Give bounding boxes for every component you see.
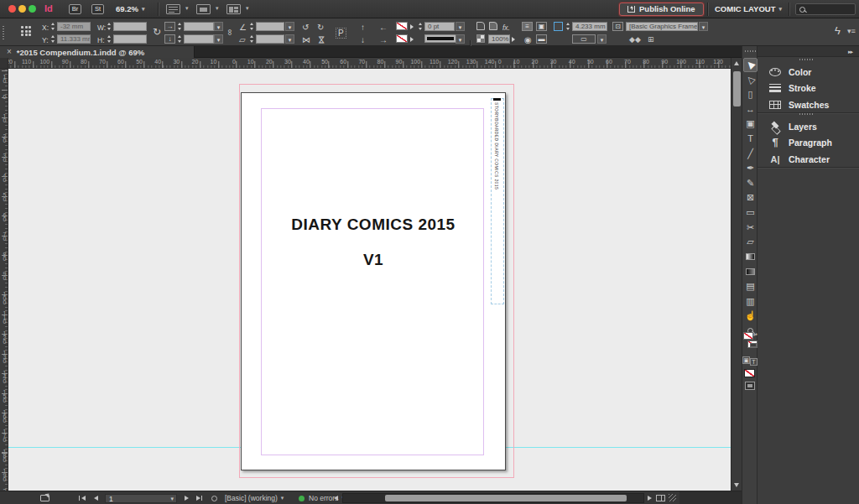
- wrap-around-icon[interactable]: ▣: [536, 22, 547, 31]
- fill-caret[interactable]: [410, 24, 414, 29]
- stroke-style-dropdown[interactable]: [456, 34, 465, 44]
- panel-item-stroke[interactable]: Stroke: [757, 81, 859, 96]
- flip-vertical-icon[interactable]: ⋈: [317, 36, 326, 44]
- shear-field[interactable]: [256, 34, 284, 44]
- x-field[interactable]: -32 mm: [57, 22, 91, 31]
- page-version-text[interactable]: V1: [242, 251, 505, 269]
- scale-x-dropdown[interactable]: [214, 22, 223, 31]
- panel-item-color[interactable]: Color: [757, 64, 859, 80]
- stroke-style-preview[interactable]: [424, 34, 456, 43]
- screen-mode-button[interactable]: [745, 382, 755, 390]
- panel-item-swatches[interactable]: Swatches: [757, 96, 859, 112]
- scroll-left-arrow[interactable]: [334, 496, 338, 501]
- close-window-button[interactable]: [8, 5, 16, 13]
- gradient-feather-tool[interactable]: [743, 264, 757, 278]
- rotate-ccw-icon[interactable]: ↺: [302, 23, 309, 32]
- horizontal-scroll-thumb[interactable]: [385, 495, 627, 501]
- screen-mode-icon[interactable]: [196, 4, 211, 14]
- preflight-profile-dropdown[interactable]: [Basic] (working): [225, 491, 284, 504]
- rotate-cw-icon[interactable]: ↻: [317, 23, 324, 32]
- errors-dropdown[interactable]: No errors: [309, 491, 345, 504]
- scale-y-field[interactable]: [184, 34, 214, 44]
- panel-item-paragraph[interactable]: ¶Paragraph: [757, 135, 859, 151]
- zoom-window-button[interactable]: [29, 5, 36, 13]
- formatting-affects-container-icon[interactable]: ▣: [742, 356, 750, 364]
- scissors-tool[interactable]: ✂: [743, 221, 757, 235]
- select-container-icon[interactable]: ↑: [361, 23, 365, 32]
- effects-object-icon[interactable]: ◉: [524, 35, 532, 44]
- last-page-button[interactable]: [196, 496, 200, 501]
- type-tool[interactable]: T: [743, 132, 757, 146]
- panel-group-grip[interactable]: [799, 59, 813, 60]
- rectangle-tool[interactable]: ▭: [743, 205, 757, 220]
- rotation-stepper[interactable]: [249, 22, 255, 31]
- select-next-icon[interactable]: →: [379, 35, 388, 44]
- corner-shape-icon[interactable]: [489, 22, 497, 30]
- arrange-documents-icon[interactable]: [226, 4, 241, 14]
- y-stepper[interactable]: [50, 34, 56, 44]
- pen-tool[interactable]: ✒: [743, 161, 757, 175]
- scale-x-field[interactable]: [184, 22, 214, 31]
- effects-fx-label[interactable]: fx.: [502, 23, 510, 32]
- vertical-scroll-thumb[interactable]: [733, 71, 741, 107]
- document-tab[interactable]: × *2015 Compendium.1.indd @ 69%: [0, 46, 195, 58]
- select-content-icon[interactable]: ↓: [361, 35, 365, 44]
- panel-item-character[interactable]: A|Character: [757, 151, 859, 167]
- opacity-caret[interactable]: [512, 37, 515, 42]
- page-title-text[interactable]: DIARY COMICS 2015: [242, 216, 505, 234]
- next-page-button[interactable]: [185, 496, 189, 501]
- scroll-up-arrow[interactable]: [734, 61, 739, 65]
- spine-text-frame[interactable]: STORYBOARDED DIARY COMICS 2015: [491, 98, 504, 304]
- gap-stepper[interactable]: [565, 22, 571, 31]
- constrain-scale-link-icon[interactable]: ∞: [226, 29, 235, 35]
- content-collector-tool[interactable]: ▣: [743, 117, 757, 131]
- scale-y-stepper[interactable]: [177, 34, 183, 44]
- selection-tool[interactable]: ▶: [743, 58, 757, 72]
- hand-tool[interactable]: ☝: [743, 309, 757, 323]
- break-link-style-icon[interactable]: ◆◆: [629, 35, 641, 44]
- h-field[interactable]: [113, 34, 147, 44]
- zoom-level-dropdown[interactable]: 69.2%: [116, 4, 144, 13]
- flip-horizontal-icon[interactable]: ⋈: [302, 35, 310, 44]
- first-page-button[interactable]: [81, 496, 86, 501]
- view-options-caret[interactable]: [182, 4, 189, 13]
- fitting-preview[interactable]: ▭: [572, 34, 596, 44]
- pencil-tool[interactable]: ✎: [743, 176, 757, 190]
- frame-fitting-icon[interactable]: [554, 22, 563, 31]
- minimize-window-button[interactable]: [18, 5, 26, 13]
- apply-none-swatch[interactable]: [744, 369, 755, 377]
- free-transform-tool[interactable]: ▱: [743, 235, 757, 249]
- pasteboard[interactable]: DIARY COMICS 2015 V1 STORYBOARDED DIARY …: [8, 69, 731, 491]
- publish-online-button[interactable]: Publish Online: [619, 3, 704, 16]
- rotation-dropdown[interactable]: [285, 22, 294, 31]
- panel-menu-icon[interactable]: ▾≡: [847, 27, 856, 35]
- panel-grip[interactable]: [3, 25, 4, 39]
- w-field[interactable]: [113, 22, 147, 31]
- arrange-documents-caret[interactable]: [242, 4, 249, 13]
- bridge-button[interactable]: Br: [69, 4, 81, 14]
- formatting-affects-text-icon[interactable]: T: [750, 358, 757, 366]
- y-field[interactable]: 11.333 mm: [57, 34, 91, 44]
- search-input[interactable]: [808, 6, 851, 13]
- scroll-down-arrow[interactable]: [734, 483, 739, 487]
- page-tool[interactable]: ▯: [743, 87, 757, 101]
- rotation-field[interactable]: [256, 22, 284, 31]
- v-ruler[interactable]: 1001020304050607080901001101201301401501…: [0, 69, 8, 491]
- tab-close-icon[interactable]: ×: [7, 48, 12, 56]
- h-ruler[interactable]: 1301201101009080706050403020100102030405…: [8, 58, 731, 69]
- scale-y-dropdown[interactable]: [214, 34, 223, 44]
- stock-button[interactable]: St: [91, 4, 104, 14]
- measure-tool[interactable]: ▥: [743, 294, 757, 309]
- w-stepper[interactable]: [107, 22, 112, 31]
- scroll-right-arrow[interactable]: [648, 496, 652, 501]
- scale-x-stepper[interactable]: [177, 22, 183, 31]
- preflight-icon[interactable]: [211, 496, 217, 501]
- resize-grip-icon[interactable]: [669, 494, 676, 501]
- fill-swatch-none[interactable]: [396, 22, 408, 30]
- panel-group-grip[interactable]: [799, 113, 813, 115]
- shear-dropdown[interactable]: [285, 34, 294, 44]
- object-style-field[interactable]: [Basic Graphics Frame]+: [626, 22, 698, 31]
- reference-point-proxy[interactable]: [21, 26, 34, 39]
- gradient-tool[interactable]: [743, 250, 757, 264]
- horizontal-scrollbar[interactable]: [342, 493, 644, 503]
